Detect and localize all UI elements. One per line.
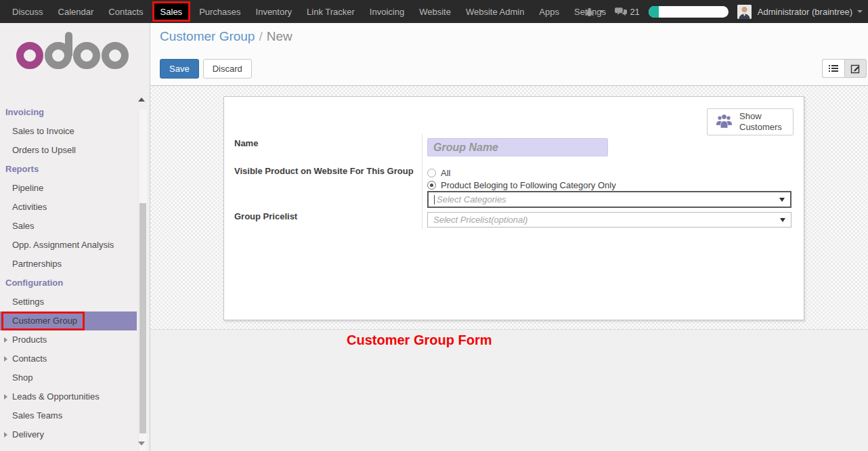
user-caret-down-icon[interactable] xyxy=(857,10,863,13)
nav-item-sales[interactable]: Sales xyxy=(152,1,191,22)
group-name-input[interactable] xyxy=(427,138,608,156)
show-customers-label: Show Customers xyxy=(739,111,785,133)
show-customers-button[interactable]: Show Customers xyxy=(707,108,794,135)
visibility-option-all-label: All xyxy=(441,168,450,178)
breadcrumb-parent-link[interactable]: Customer Group xyxy=(160,29,255,43)
breadcrumb-current: New xyxy=(267,29,292,43)
timer-progress-pill[interactable] xyxy=(649,6,729,18)
sidebar-item-partnerships[interactable]: Partnerships xyxy=(0,255,137,274)
expand-triangle-icon[interactable] xyxy=(4,356,7,362)
nav-item-website-admin[interactable]: Website Admin xyxy=(458,0,531,23)
sidebar-section-invoicing: Invoicing xyxy=(0,103,137,122)
sidebar-item-opp-assignment-analysis[interactable]: Opp. Assignment Analysis xyxy=(0,236,137,255)
messages-icon[interactable] xyxy=(615,7,627,17)
sidebar-scrollbar-track[interactable] xyxy=(138,110,147,451)
sidebar-scroll-up-icon[interactable] xyxy=(138,98,145,102)
pricelist-select[interactable]: Select Pricelist(optional) xyxy=(427,212,791,228)
user-avatar[interactable] xyxy=(737,5,752,19)
nav-item-purchases[interactable]: Purchases xyxy=(192,0,248,23)
sidebar-item-shop[interactable]: Shop xyxy=(0,368,137,387)
odoo-logo[interactable]: odoo xyxy=(16,42,129,69)
customer-group-form-card: Show Customers Name Visible Product on W… xyxy=(223,96,804,320)
sidebar-item-delivery[interactable]: Delivery xyxy=(0,425,137,444)
sidebar-item-pipeline[interactable]: Pipeline xyxy=(0,179,137,198)
odoo-logo-o1 xyxy=(16,42,43,69)
view-switcher xyxy=(822,59,867,78)
sidebar-item-contacts[interactable]: Contacts xyxy=(0,349,137,368)
categories-select-placeholder: Select Categories xyxy=(437,194,506,205)
odoo-logo-o2 xyxy=(73,42,100,69)
list-view-icon xyxy=(829,65,838,72)
sidebar-item-sales-to-invoice[interactable]: Sales to Invoice xyxy=(0,122,137,141)
sidebar-item-customer-group[interactable]: Customer Group xyxy=(0,312,137,330)
breadcrumb: Customer Group/New xyxy=(160,29,292,44)
user-menu-label[interactable]: Administrator (braintree) xyxy=(758,7,852,17)
odoo-logo-o3 xyxy=(102,42,129,69)
nav-item-discuss[interactable]: Discuss xyxy=(5,0,51,23)
label-field-divider xyxy=(422,134,422,230)
sidebar-item-leads-opportunities[interactable]: Leads & Opportunities xyxy=(0,387,137,406)
sidebar-section-reports: Reports xyxy=(0,160,137,179)
timer-progress-fill xyxy=(649,6,659,18)
visibility-field-label: Visible Product on Website For This Grou… xyxy=(234,166,417,176)
sidebar-item-sales[interactable]: Sales xyxy=(0,217,137,236)
name-field-label: Name xyxy=(234,138,258,148)
sidebar-scroll-down-icon[interactable] xyxy=(138,442,145,446)
breadcrumb-separator: / xyxy=(259,29,262,43)
sidebar-item-settings[interactable]: Settings xyxy=(0,293,137,312)
pricelist-field-label: Group Pricelist xyxy=(234,211,297,221)
nav-item-inventory[interactable]: Inventory xyxy=(248,0,299,23)
nav-item-calendar[interactable]: Calendar xyxy=(51,0,102,23)
save-button[interactable]: Save xyxy=(160,59,199,79)
nav-systray: 21 Administrator (braintree) xyxy=(584,0,863,23)
odoo-logo-d xyxy=(45,42,72,69)
odoo-backend-screen: Discuss Calendar Contacts Sales Purchase… xyxy=(0,0,868,451)
visibility-option-all[interactable]: All xyxy=(427,168,450,178)
text-cursor xyxy=(434,195,435,205)
list-view-button[interactable] xyxy=(822,59,844,78)
radio-checked-icon[interactable] xyxy=(427,181,436,190)
nav-item-website[interactable]: Website xyxy=(412,0,458,23)
debug-caret-down-icon[interactable] xyxy=(599,10,605,13)
sidebar-scrollbar-thumb[interactable] xyxy=(139,203,146,433)
app-sidebar: odoo Invoicing Sales to Invoice Orders t… xyxy=(0,23,150,451)
sidebar-menu: Invoicing Sales to Invoice Orders to Ups… xyxy=(0,103,137,444)
sidebar-item-activities[interactable]: Activities xyxy=(0,198,137,217)
customers-group-icon xyxy=(715,114,733,130)
nav-item-link-tracker[interactable]: Link Tracker xyxy=(299,0,362,23)
form-view-button[interactable] xyxy=(844,59,867,78)
sidebar-section-configuration: Configuration xyxy=(0,274,137,293)
main-menu: Discuss Calendar Contacts Sales Purchase… xyxy=(0,0,613,23)
radio-unchecked-icon[interactable] xyxy=(427,169,436,177)
nav-item-invoicing[interactable]: Invoicing xyxy=(362,0,412,23)
pricelist-caret-down-icon[interactable] xyxy=(780,218,785,222)
debug-bug-icon[interactable] xyxy=(584,7,594,17)
sidebar-item-sales-teams[interactable]: Sales Teams xyxy=(0,406,137,425)
visibility-option-category-label: Product Beloging to Following Category O… xyxy=(441,180,616,190)
top-navbar: Discuss Calendar Contacts Sales Purchase… xyxy=(0,0,868,23)
sidebar-item-customer-group-label: Customer Group xyxy=(12,316,77,326)
messages-count-badge[interactable]: 21 xyxy=(630,7,639,17)
visibility-option-category[interactable]: Product Beloging to Following Category O… xyxy=(427,180,616,190)
categories-select[interactable]: Select Categories xyxy=(427,191,791,208)
main-content: Show Customers Name Visible Product on W… xyxy=(150,86,868,451)
sidebar-item-orders-to-upsell[interactable]: Orders to Upsell xyxy=(0,141,137,160)
nav-item-apps[interactable]: Apps xyxy=(531,0,567,23)
form-action-buttons: Save Discard xyxy=(160,59,252,79)
control-panel: Customer Group/New Save Discard xyxy=(150,23,868,86)
expand-triangle-icon[interactable] xyxy=(4,337,7,343)
pricelist-select-placeholder: Select Pricelist(optional) xyxy=(433,215,527,225)
categories-caret-down-icon[interactable] xyxy=(779,198,785,202)
expand-triangle-icon[interactable] xyxy=(4,394,7,400)
annotation-caption: Customer Group Form xyxy=(347,332,492,348)
nav-item-contacts[interactable]: Contacts xyxy=(101,0,150,23)
discard-button[interactable]: Discard xyxy=(203,59,252,79)
expand-triangle-icon[interactable] xyxy=(4,432,7,437)
sidebar-item-products[interactable]: Products xyxy=(0,330,137,349)
form-view-icon xyxy=(850,64,861,74)
form-sheet-background: Show Customers Name Visible Product on W… xyxy=(150,86,868,330)
